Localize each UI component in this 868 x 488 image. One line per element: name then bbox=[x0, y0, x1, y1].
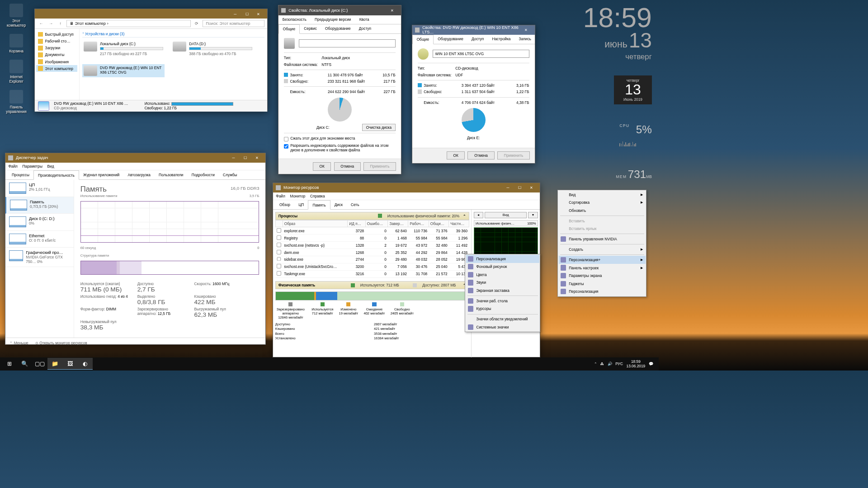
close-button[interactable]: ✕ bbox=[520, 26, 532, 34]
tab[interactable]: Запись bbox=[514, 35, 535, 44]
dialog-button[interactable]: Применить bbox=[363, 162, 396, 170]
open-resmon-link[interactable]: ⊙ Открыть монитор ресурсов bbox=[35, 341, 87, 345]
menu-item[interactable]: Фоновый рисунок bbox=[466, 263, 539, 271]
tab[interactable]: Службы bbox=[219, 170, 241, 179]
language-indicator[interactable]: РУС bbox=[615, 361, 623, 366]
tab[interactable]: Предыдущие версии bbox=[311, 15, 355, 24]
sidebar-item[interactable]: Рабочий сто… bbox=[36, 38, 78, 45]
sidebar-item[interactable]: Документы bbox=[36, 52, 78, 58]
phys-mem-panel-header[interactable]: Физическая памятьИспользуется: 712 МБДос… bbox=[275, 281, 469, 289]
table-row[interactable]: Registry8801 46855 98455 9841 296 bbox=[275, 235, 469, 242]
desktop-icon[interactable]: Корзина bbox=[4, 34, 29, 53]
disk-cleanup-button[interactable]: Очистка диска bbox=[362, 124, 396, 131]
tab[interactable]: Журнал приложений bbox=[79, 170, 123, 179]
tab[interactable]: Сервис bbox=[300, 24, 321, 33]
tab[interactable]: Производительность bbox=[33, 170, 79, 180]
taskbar-app[interactable]: ◐ bbox=[77, 358, 92, 370]
tab[interactable]: Оборудование bbox=[321, 24, 355, 33]
menu-item[interactable]: Вид▶ bbox=[559, 191, 646, 199]
tab[interactable]: Доступ bbox=[355, 24, 375, 33]
tab[interactable]: Оборудование bbox=[434, 35, 467, 44]
close-button[interactable]: ✕ bbox=[253, 10, 264, 18]
maximize-button[interactable]: ☐ bbox=[239, 154, 251, 162]
task-view-button[interactable]: ▢▢ bbox=[32, 358, 47, 370]
dialog-button[interactable]: ОК bbox=[447, 151, 465, 160]
tab[interactable]: Процессы bbox=[8, 170, 33, 179]
table-row[interactable]: svchost.exe (UnistackSvcGro…320007 05630… bbox=[275, 263, 469, 270]
search-input[interactable]: Поиск: Этот компьютер bbox=[203, 20, 264, 28]
volume-icon[interactable]: 🔊 bbox=[608, 361, 612, 366]
table-row[interactable]: Taskmgr.exe3216013 19231 70821 57210 136 bbox=[275, 270, 469, 277]
dialog-button[interactable]: Применить bbox=[497, 151, 530, 160]
desktop-icon[interactable]: Internet Explorer bbox=[4, 60, 29, 84]
dialog-button[interactable]: ОК bbox=[313, 162, 331, 170]
minimize-button[interactable]: ─ bbox=[502, 184, 514, 192]
tab[interactable]: Настройка bbox=[488, 35, 514, 44]
drive-item[interactable]: DATA (D:)388 ГБ свободно из 470 ГБ bbox=[171, 40, 254, 57]
menu-item[interactable]: Параметры bbox=[23, 164, 42, 169]
menu-item[interactable]: Курсоры bbox=[466, 305, 539, 313]
dialog-button[interactable]: Отмена bbox=[467, 151, 494, 160]
tray-icon[interactable]: ⌃ bbox=[594, 361, 597, 366]
drive-item[interactable]: DVD RW дисковод (E:) WIN 10 ENT X86 LTSC… bbox=[82, 64, 165, 77]
maximize-button[interactable]: ☐ bbox=[514, 184, 525, 192]
search-button[interactable]: 🔍 bbox=[17, 358, 32, 370]
tab[interactable]: Общие bbox=[412, 35, 434, 44]
menu-item[interactable]: Системные значки bbox=[466, 323, 539, 331]
index-checkbox[interactable]: Разрешить индексировать содержимое файло… bbox=[284, 143, 396, 152]
menu-item[interactable]: Справка bbox=[310, 194, 325, 198]
network-icon[interactable]: 🖧 bbox=[600, 361, 604, 366]
tab[interactable]: Автозагрузка bbox=[123, 170, 155, 179]
close-button[interactable]: ✕ bbox=[251, 154, 263, 162]
taskbar-explorer[interactable]: 📁 bbox=[47, 358, 62, 370]
tab[interactable]: Общие bbox=[278, 24, 300, 34]
tab[interactable]: Квота bbox=[355, 15, 373, 24]
tab[interactable]: ЦП bbox=[294, 200, 308, 209]
properties-e-titlebar[interactable]: Свойства: DVD RW дисковод (E:) WIN 10 EN… bbox=[412, 25, 535, 35]
table-row[interactable]: dwm.exe1268025 35244 29229 86414 428 bbox=[275, 249, 469, 256]
view-select[interactable]: Вид bbox=[485, 212, 527, 218]
perf-item[interactable]: Диск 0 (C: D:)0% bbox=[5, 214, 74, 230]
resmon-titlebar[interactable]: Монитор ресурсов ─☐✕ bbox=[273, 183, 540, 192]
sidebar-item[interactable]: Этот компьютер bbox=[36, 65, 78, 72]
back-button[interactable]: ← bbox=[38, 20, 45, 28]
volume-name-input[interactable] bbox=[299, 39, 396, 47]
table-row[interactable]: svchost.exe (netsvcs -p)1328219 67243 97… bbox=[275, 242, 469, 249]
sidebar-item[interactable]: Загрузки bbox=[36, 45, 78, 52]
start-button[interactable]: ⊞ bbox=[2, 358, 17, 370]
taskbar-app[interactable]: 🖼 bbox=[62, 358, 77, 370]
action-center-icon[interactable]: 💬 bbox=[649, 361, 653, 366]
menu-item[interactable]: Обновить bbox=[559, 206, 646, 215]
menu-item[interactable]: Панель настроек▶ bbox=[559, 264, 646, 272]
explorer-titlebar[interactable]: ─☐✕ bbox=[35, 9, 267, 19]
sidebar-item[interactable]: Изображения bbox=[36, 58, 78, 65]
perf-item[interactable]: ЦП2% 1,01 ГГц bbox=[5, 180, 74, 197]
menu-item[interactable]: Файл bbox=[276, 194, 285, 198]
up-button[interactable]: ↑ bbox=[57, 20, 64, 28]
tab[interactable]: Доступ bbox=[467, 35, 488, 44]
tab[interactable]: Диск bbox=[330, 200, 347, 209]
refresh-button[interactable]: ⟳ bbox=[193, 20, 201, 28]
sidebar-item[interactable]: Быстрый доступ bbox=[36, 31, 78, 38]
table-row[interactable]: sidebar.exe2744029 48048 03228 05219 980 bbox=[275, 256, 469, 263]
menu-item[interactable]: Панель управления NVIDIA bbox=[559, 235, 646, 244]
close-button[interactable]: ✕ bbox=[387, 7, 398, 14]
drive-item[interactable]: Локальный диск (C:)217 ГБ свободно из 22… bbox=[82, 40, 165, 57]
properties-c-titlebar[interactable]: Свойства: Локальный диск (C:) ✕ bbox=[278, 5, 401, 15]
menu-item[interactable]: Значки области уведомлений bbox=[466, 315, 539, 324]
desktop-icon[interactable]: Этот компьютер bbox=[4, 4, 29, 28]
processes-panel-header[interactable]: ПроцессыИспользование физической памяти:… bbox=[275, 212, 469, 220]
menu-item[interactable]: Персонализация bbox=[559, 287, 646, 296]
menu-item[interactable]: Файл bbox=[8, 164, 17, 169]
menu-item[interactable]: Гаджеты bbox=[559, 280, 646, 288]
tab[interactable]: Обзор bbox=[275, 200, 294, 209]
drives-group-header[interactable]: ˅ Устройства и диски (3) bbox=[82, 32, 264, 38]
tab[interactable]: Безопасность bbox=[278, 15, 311, 24]
nav-button[interactable]: ◂ bbox=[474, 212, 483, 218]
volume-name-input[interactable] bbox=[433, 50, 529, 58]
menu-item[interactable]: Сортировка▶ bbox=[559, 199, 646, 207]
menu-item[interactable]: Экранная заставка bbox=[466, 286, 539, 295]
fewer-details-button[interactable]: ⌃ Меньше bbox=[9, 341, 28, 345]
maximize-button[interactable]: ☐ bbox=[241, 10, 253, 18]
menu-item[interactable]: Значки раб. стола bbox=[466, 297, 539, 305]
